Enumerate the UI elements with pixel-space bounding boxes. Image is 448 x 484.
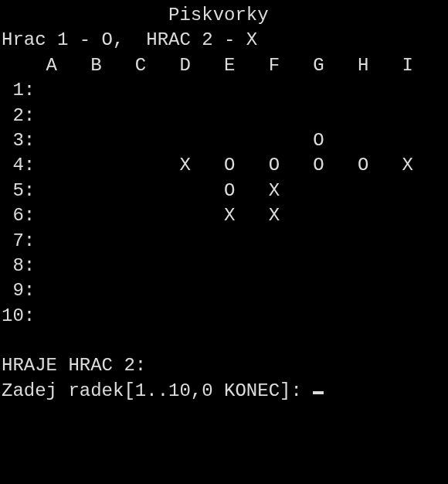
column-header: A B C D E F G H I J — [2, 55, 448, 76]
player-legend: Hrac 1 - O, HRAC 2 - X — [2, 29, 257, 50]
game-title: Piskvorky — [168, 5, 269, 26]
cursor[interactable] — [313, 391, 324, 394]
turn-line: HRAJE HRAC 2: — [2, 355, 146, 376]
console-screen: Piskvorky Hrac 1 - O, HRAC 2 - X A B C D… — [0, 0, 448, 404]
title-pad — [2, 5, 168, 26]
board-rows: 1: 2: 3: O 4: X O O O O X 5: O X 6: X X … — [2, 80, 413, 326]
input-prompt: Zadej radek[1..10,0 KONEC]: — [2, 380, 313, 401]
